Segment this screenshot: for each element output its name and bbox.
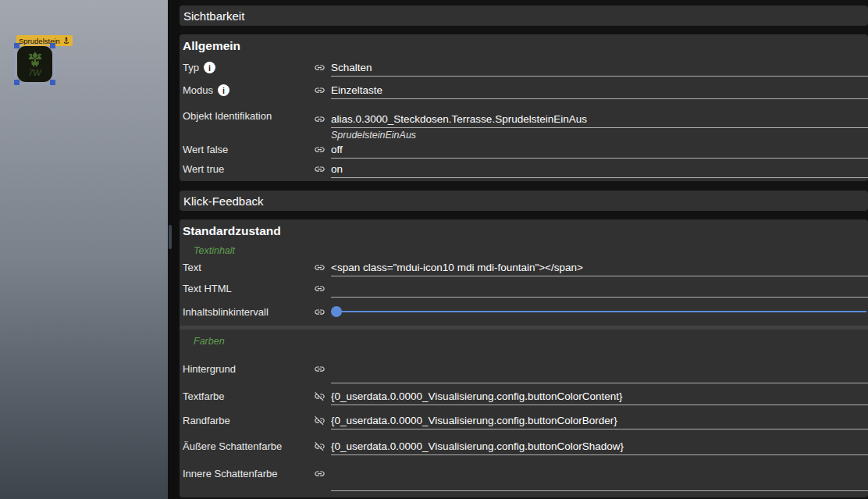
group-standardzustand: Standardzustand Textinhalt Text <span cl… [180, 219, 868, 497]
textfarbe-input[interactable]: {0_userdata.0.0000_Visualisierung.config… [331, 390, 868, 405]
slider-thumb[interactable] [331, 306, 342, 317]
field-row-textfarbe: Textfarbe {0_userdata.0.0000_Visualisier… [183, 383, 868, 405]
section-header-klick-feedback[interactable]: Klick-Feedback [180, 191, 868, 211]
link-icon[interactable] [314, 283, 331, 298]
modus-input[interactable]: Einzeltaste [331, 84, 868, 99]
field-label: Wert true [183, 163, 224, 175]
link-off-icon[interactable] [314, 415, 331, 429]
field-label: Äußere Schattenfarbe [183, 440, 282, 452]
field-row-modus: Modusi Einzeltaste [183, 77, 868, 99]
field-label: Objekt Identifikation [183, 110, 272, 122]
selection-handle[interactable] [50, 80, 55, 85]
link-off-icon[interactable] [314, 390, 331, 405]
blink-interval-slider[interactable] [331, 305, 866, 318]
field-row-innere-schattenfarbe: Innere Schattenfarbe [183, 455, 868, 491]
panel-scrollbar[interactable] [168, 0, 180, 499]
objekt-id-subrow: SprudelsteinEinAus [183, 128, 868, 142]
field-row-aeussere-schattenfarbe: Äußere Schattenfarbe {0_userdata.0.0000_… [183, 429, 868, 455]
group-title: Allgemein [183, 37, 868, 55]
link-icon[interactable] [314, 163, 331, 178]
randfarbe-input[interactable]: {0_userdata.0.0000_Visualisierung.config… [331, 415, 868, 429]
canvas-preview[interactable]: Sprudelstein 7W [0, 0, 168, 499]
innere-schattenfarbe-input[interactable] [331, 455, 868, 491]
link-icon[interactable] [314, 468, 331, 479]
anchor-icon [62, 37, 70, 45]
subgroup-farben: Farben [194, 335, 868, 348]
selection-handle[interactable] [50, 43, 55, 48]
group-title: Standardzustand [183, 223, 868, 240]
wert-false-input[interactable]: off [331, 144, 868, 159]
link-icon[interactable] [314, 363, 331, 375]
link-icon[interactable] [314, 113, 331, 128]
wert-true-input[interactable]: on [331, 163, 868, 178]
link-icon[interactable] [314, 262, 331, 276]
text-html-input[interactable] [331, 284, 868, 298]
field-row-text: Text <span class="mdui-icon10 mdi mdi-fo… [183, 257, 868, 276]
section-header-sichtbarkeit[interactable]: Sichtbarkeit [180, 5, 868, 26]
link-icon[interactable] [314, 84, 331, 99]
settings-panel: Sichtbarkeit Allgemein Typi Schalten Mod… [180, 0, 868, 499]
selection-handle[interactable] [14, 43, 20, 48]
info-icon[interactable]: i [218, 84, 229, 96]
field-row-randfarbe: Randfarbe {0_userdata.0.0000_Visualisier… [183, 405, 868, 429]
field-label: Innere Schattenfarbe [183, 468, 277, 479]
field-label: Randfarbe [183, 415, 230, 426]
field-row-objekt-identifikation: Objekt Identifikation alias.0.3000_Steck… [183, 99, 868, 128]
field-row-typ: Typi Schalten [183, 55, 868, 77]
field-label: Wert false [183, 144, 228, 155]
field-label: Modus [183, 84, 213, 96]
link-icon[interactable] [314, 62, 331, 77]
subgroup-textinhalt: Textinhalt [194, 244, 868, 257]
selection-handle[interactable] [14, 80, 20, 85]
hintergrund-input[interactable] [331, 354, 868, 383]
section-title: Klick-Feedback [183, 194, 264, 208]
aeussere-schattenfarbe-input[interactable]: {0_userdata.0.0000_Visualisierung.config… [331, 440, 868, 455]
widget-button[interactable]: 7W [17, 46, 52, 82]
group-divider [180, 326, 868, 330]
widget-sprudelstein[interactable]: 7W [17, 46, 52, 82]
slider-track[interactable] [331, 311, 866, 312]
field-label: Text [183, 262, 201, 273]
info-icon[interactable]: i [204, 62, 215, 73]
field-label: Inhaltsblinkintervall [183, 306, 269, 318]
scrollbar-thumb[interactable] [169, 225, 172, 249]
text-input[interactable]: <span class="mdui-icon10 mdi mdi-fountai… [331, 262, 868, 276]
fountain-icon [26, 51, 44, 68]
typ-input[interactable]: Schalten [331, 62, 868, 77]
field-label: Textfarbe [183, 390, 224, 402]
group-allgemein: Allgemein Typi Schalten Modusi Einzeltas… [180, 34, 868, 181]
field-label: Typ [183, 62, 199, 73]
objekt-id-input[interactable]: alias.0.3000_Steckdosen.Terrasse.Sprudel… [331, 113, 868, 128]
field-row-inhaltsblinkintervall: Inhaltsblinkintervall [183, 298, 868, 326]
widget-power-text: 7W [28, 69, 41, 77]
section-title: Sichtbarkeit [183, 9, 244, 23]
field-row-wert-true: Wert true on [183, 159, 868, 178]
objekt-id-name: SprudelsteinEinAus [331, 130, 868, 141]
field-row-hintergrund: Hintergrund [183, 354, 868, 383]
link-icon[interactable] [314, 306, 331, 318]
field-label: Text HTML [183, 283, 232, 294]
field-label: Hintergrund [183, 363, 236, 375]
field-row-wert-false: Wert false off [183, 142, 868, 159]
link-off-icon[interactable] [314, 440, 331, 455]
field-row-text-html: Text HTML [183, 276, 868, 298]
link-icon[interactable] [314, 144, 331, 159]
